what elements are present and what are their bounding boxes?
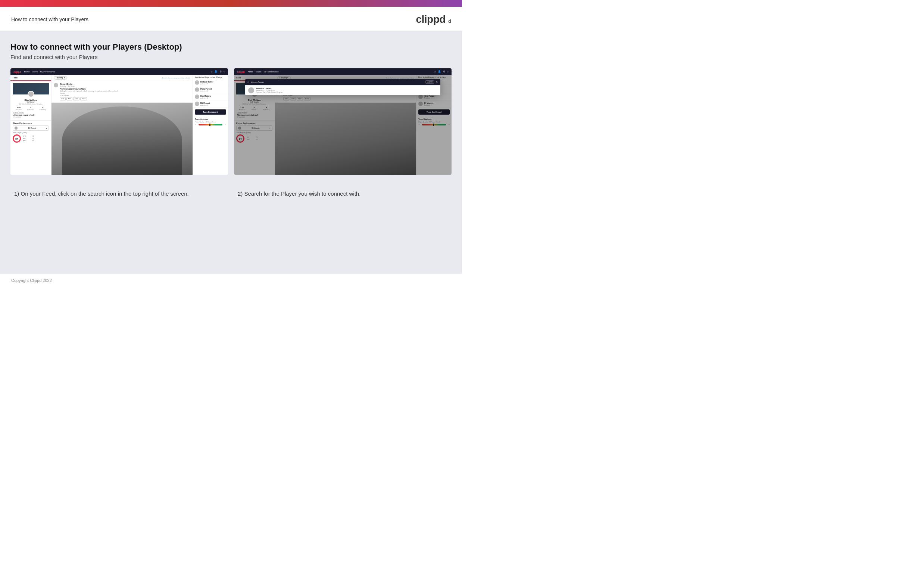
- player-avatar-piers: [195, 88, 199, 92]
- profile-icon[interactable]: 👤: [214, 70, 218, 73]
- nav-myperformance-2[interactable]: My Performance: [264, 71, 279, 73]
- control-link[interactable]: Control who can see your activity and da…: [162, 77, 190, 79]
- settings-icon-2[interactable]: ⚙: [443, 70, 445, 73]
- copyright: Copyright Clippd 2022: [11, 278, 52, 283]
- hero-title: How to connect with your Players (Deskto…: [10, 42, 451, 52]
- app-nav-2: clippd Home Teams My Performance ⌕ 👤 ⚙ ○: [234, 68, 451, 75]
- bar-app: APP 70: [23, 137, 34, 139]
- heatmap-track: [199, 124, 222, 125]
- profile-icon-2[interactable]: 👤: [438, 70, 441, 73]
- app-right-panel: Most Active Players - Last 30 days Richa…: [193, 75, 228, 175]
- step-2-desc: 2) Search for the Player you wish to con…: [234, 183, 451, 201]
- nav-teams[interactable]: Teams: [32, 71, 38, 73]
- nav-home[interactable]: Home: [24, 71, 30, 73]
- stat-followers: 3 Followers: [27, 106, 34, 110]
- tag-ott: OTT: [60, 97, 66, 101]
- bar-arg: ARG 64: [23, 140, 34, 141]
- search-icon-sm: ⌕: [248, 80, 249, 84]
- step-2-text: 2) Search for the Player you wish to con…: [238, 190, 448, 198]
- activity-item: Richard Butler Yesterday · The Grove Pre…: [52, 81, 193, 103]
- player-piers: Piers Parnell Activities: 4: [193, 86, 228, 93]
- player-select-name: Eli Vincent: [28, 127, 36, 129]
- activity-desc: Walking the course with my coach to buil…: [60, 90, 190, 92]
- heatmap-bar-row: -5 +5: [195, 124, 226, 125]
- app-nav-logo: clippd: [13, 71, 21, 73]
- team-heatmap-sub: Player Quality - 20 Round Trend: [195, 121, 226, 123]
- search-icon-2[interactable]: ⌕: [434, 70, 436, 73]
- app-nav-icons-2: ⌕ 👤 ⚙ ○: [434, 70, 448, 73]
- player-richard: Richard Butler Activities: 7: [193, 79, 228, 86]
- activity-sub: Yesterday · The Grove: [60, 85, 190, 87]
- nav-myperformance[interactable]: My Performance: [40, 71, 55, 73]
- player-select-avatar: [15, 127, 18, 130]
- app-body-2: Feed Blair McHarg Golf Coach Mill Ride G…: [234, 75, 451, 175]
- app-ui-2: clippd Home Teams My Performance ⌕ 👤 ⚙ ○: [234, 68, 451, 175]
- screenshots-row: clippd Home Teams My Performance ⌕ 👤 ⚙ ○: [10, 68, 451, 175]
- stat-following: 4 Following: [40, 106, 46, 110]
- quality-bars: OTT 79 APP 70: [23, 135, 34, 142]
- player-avatar-eli: [195, 102, 199, 106]
- activity-details: Richard Butler Yesterday · The Grove Pre…: [60, 83, 190, 101]
- hero-subtitle: Find and connect with your Players: [10, 54, 451, 60]
- following-btn[interactable]: Following ▾: [54, 76, 67, 80]
- heatmap-marker: [209, 123, 210, 126]
- step-1-desc: 1) On your Feed, click on the search ico…: [10, 183, 228, 201]
- search-bar: ⌕ Marcus Turner CLEAR ✕: [245, 79, 440, 86]
- golfer-image: [52, 103, 193, 175]
- close-icon[interactable]: ✕: [435, 80, 438, 84]
- header: How to connect with your Players clippd …: [0, 7, 462, 31]
- heatmap-bar: -5 +5: [195, 124, 226, 125]
- app-nav-logo-2: clippd: [237, 71, 245, 73]
- following-bar: Following ▾ Control who can see your act…: [52, 75, 193, 81]
- screenshot-1: clippd Home Teams My Performance ⌕ 👤 ⚙ ○: [10, 68, 228, 175]
- activity-avatar: [54, 83, 58, 88]
- search-result-avatar: [248, 88, 254, 93]
- search-input[interactable]: Marcus Turner: [251, 81, 424, 83]
- app-left-panel: Feed Blair McHarg Golf Coach Mill Ride G…: [10, 75, 52, 175]
- footer: Copyright Clippd 2022: [0, 274, 462, 287]
- player-info-piers: Piers Parnell Activities: 4: [201, 88, 212, 92]
- activity-duration-label: Duration: [60, 92, 190, 94]
- feed-tab[interactable]: Feed: [10, 75, 51, 81]
- nav-home-2[interactable]: Home: [248, 71, 253, 73]
- player-eli: Eli Vincent Activities: 1: [193, 101, 228, 107]
- profile-stats: 129 Activities 3 Followers 4 Following: [13, 105, 49, 112]
- nav-teams-2[interactable]: Teams: [255, 71, 261, 73]
- team-heatmap-title: Team Heatmap: [195, 118, 226, 120]
- tag-arg: ARG: [73, 97, 79, 101]
- steps-row: 1) On your Feed, click on the search ico…: [10, 183, 451, 201]
- search-icon[interactable]: ⌕: [211, 70, 212, 73]
- app-nav-1: clippd Home Teams My Performance ⌕ 👤 ⚙ ○: [10, 68, 228, 75]
- search-result-item[interactable]: Marcus Turner Yesterday · 1-5 Handicap C…: [245, 86, 440, 95]
- player-info-eli: Eli Vincent Activities: 1: [201, 102, 210, 106]
- settings-icon[interactable]: ⚙: [219, 70, 222, 73]
- clear-button[interactable]: CLEAR: [426, 80, 434, 84]
- player-hiral: Hiral Pujara Activities: 3: [193, 93, 228, 101]
- app-ui-1: clippd Home Teams My Performance ⌕ 👤 ⚙ ○: [10, 68, 228, 175]
- avatar: [28, 91, 34, 97]
- step-1-text: 1) On your Feed, click on the search ico…: [14, 190, 224, 198]
- player-quality: Total Player Quality 84 OTT 79: [13, 132, 49, 143]
- team-dashboard-btn[interactable]: Team Dashboard: [195, 109, 226, 115]
- app-nav-links: Home Teams My Performance: [24, 71, 55, 73]
- team-heatmap-section: Team Heatmap Player Quality - 20 Round T…: [193, 117, 228, 127]
- search-result-info: Marcus Turner Yesterday · 1-5 Handicap C…: [256, 88, 283, 93]
- app-body-1: Feed Blair McHarg Golf Coach Mill Ride G…: [10, 75, 228, 175]
- avatar-icon[interactable]: ○: [223, 70, 225, 73]
- player-avatar-richard: [195, 80, 199, 85]
- app-nav-links-2: Home Teams My Performance: [248, 71, 279, 73]
- player-info-richard: Richard Butler Activities: 7: [201, 81, 213, 85]
- top-bar: [0, 0, 462, 7]
- page-title: How to connect with your Players: [11, 16, 89, 23]
- player-select-dropdown[interactable]: Eli Vincent ▾: [13, 125, 49, 131]
- bar-ott: OTT 79: [23, 135, 34, 137]
- profile-section: Blair McHarg Golf Coach Mill Ride Golf C…: [10, 81, 51, 120]
- player-avatar-hiral: [195, 94, 199, 99]
- golfer-bg: [52, 103, 193, 175]
- latest-activity-date: 27 Jul 2022: [13, 116, 49, 118]
- most-active-title: Most Active Players - Last 30 days: [193, 75, 228, 79]
- chevron-icon: ▾: [64, 77, 65, 79]
- avatar-icon-2[interactable]: ○: [447, 70, 448, 73]
- activity-duration-val: 02 hr : 00 min: [60, 94, 190, 96]
- profile-bg: [13, 83, 49, 94]
